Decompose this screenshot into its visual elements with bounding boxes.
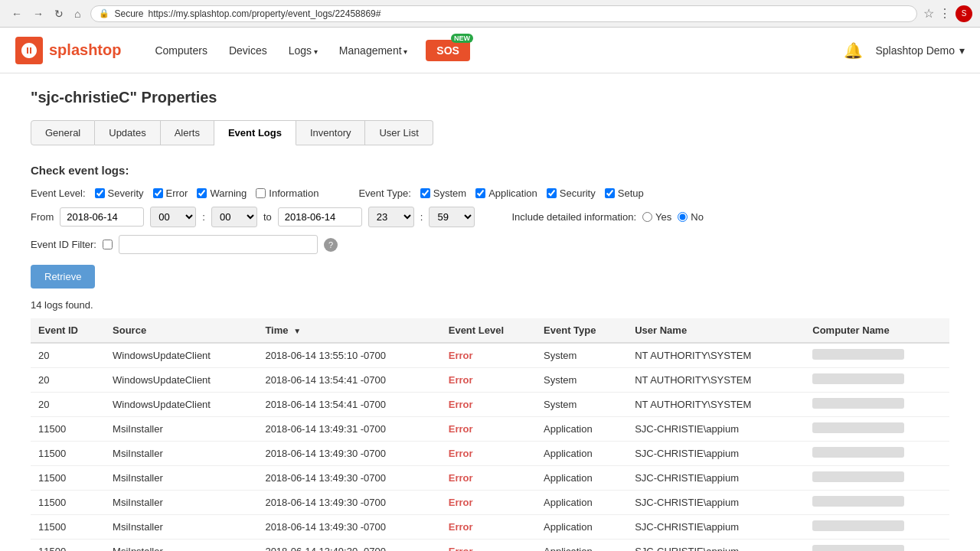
user-name: Splashtop Demo: [875, 44, 955, 57]
nav-devices[interactable]: Devices: [226, 38, 270, 63]
yes-radio[interactable]: [642, 212, 652, 222]
cell-event-level: Error: [441, 540, 536, 552]
browser-bar: ← → ↻ ⌂ 🔒 Secure https://my.splashtop.co…: [0, 0, 980, 28]
cell-computer-name: [805, 442, 949, 466]
cell-event-type: Application: [536, 515, 627, 540]
tab-alerts[interactable]: Alerts: [161, 120, 214, 145]
cell-event-type: Application: [536, 442, 627, 466]
security-checkbox[interactable]: [547, 188, 557, 198]
home-button[interactable]: ⌂: [70, 6, 84, 21]
event-id-checkbox[interactable]: [103, 240, 113, 249]
cell-event-id: 20: [31, 393, 105, 417]
cell-event-id: 11500: [31, 540, 105, 552]
information-checkbox[interactable]: [256, 188, 266, 198]
cell-event-id: 11500: [31, 515, 105, 540]
sos-new-badge: NEW: [451, 34, 473, 43]
cell-source: MsiInstaller: [105, 417, 257, 442]
nav-logs[interactable]: Logs: [286, 38, 321, 63]
table-row[interactable]: 11500 MsiInstaller 2018-06-14 13:49:30 -…: [31, 466, 949, 491]
cell-computer-name: [805, 417, 949, 442]
table-row[interactable]: 11500 MsiInstaller 2018-06-14 13:49:30 -…: [31, 442, 949, 466]
cell-source: MsiInstaller: [105, 515, 257, 540]
cell-time: 2018-06-14 13:54:41 -0700: [257, 393, 440, 417]
browser-nav[interactable]: ← → ↻ ⌂: [8, 6, 84, 21]
tab-user-list[interactable]: User List: [365, 120, 433, 145]
cell-user-name: SJC-CHRISTIE\appium: [627, 540, 805, 552]
star-icon[interactable]: ☆: [923, 6, 934, 21]
to-hour-select[interactable]: 23: [368, 207, 414, 227]
system-checkbox[interactable]: [420, 188, 430, 198]
filter-section: Check event logs: Event Level: Severity …: [31, 164, 949, 311]
tab-general[interactable]: General: [31, 120, 95, 145]
from-date-input[interactable]: [60, 207, 144, 227]
tab-inventory[interactable]: Inventory: [296, 120, 365, 145]
col-time[interactable]: Time ▼: [257, 318, 440, 343]
browser-actions: ☆ ⋮ S: [923, 5, 972, 22]
cell-event-level: Error: [441, 368, 536, 393]
level-severity: Severity: [95, 187, 144, 199]
to-date-input[interactable]: [278, 207, 362, 227]
no-radio[interactable]: [678, 212, 688, 222]
type-setup: Setup: [605, 187, 644, 199]
reload-button[interactable]: ↻: [51, 6, 67, 21]
menu-icon[interactable]: ⋮: [939, 6, 951, 21]
section-title: Check event logs:: [31, 164, 949, 177]
cell-event-type: Application: [536, 466, 627, 491]
main-content: "sjc-christieC" Properties General Updat…: [0, 73, 980, 551]
cell-event-level: Error: [441, 417, 536, 442]
warning-checkbox[interactable]: [197, 188, 207, 198]
table-row[interactable]: 20 WindowsUpdateClient 2018-06-14 13:54:…: [31, 368, 949, 393]
bell-icon[interactable]: 🔔: [844, 41, 863, 60]
tab-updates[interactable]: Updates: [95, 120, 160, 145]
event-type-label: Event Type:: [358, 187, 410, 199]
retrieve-button[interactable]: Retrieve: [31, 265, 95, 289]
page-title: "sjc-christieC" Properties: [31, 89, 949, 106]
col-computer-name: Computer Name: [805, 318, 949, 343]
sos-button[interactable]: SOS NEW: [426, 40, 470, 61]
severity-checkbox[interactable]: [95, 188, 105, 198]
no-label: No: [691, 211, 704, 223]
from-minute-select[interactable]: 00: [211, 207, 257, 227]
cell-event-id: 11500: [31, 466, 105, 491]
cell-event-id: 20: [31, 368, 105, 393]
forward-button[interactable]: →: [29, 6, 47, 21]
cell-event-type: Application: [536, 491, 627, 515]
nav-computers[interactable]: Computers: [152, 38, 210, 63]
cell-computer-name: [805, 368, 949, 393]
nav-management[interactable]: Management: [336, 38, 411, 63]
cell-computer-name: [805, 343, 949, 368]
time-sort-icon: ▼: [293, 327, 301, 335]
to-minute-select[interactable]: 59: [429, 207, 475, 227]
cell-event-id: 11500: [31, 417, 105, 442]
application-checkbox[interactable]: [475, 188, 485, 198]
include-detailed-label: Include detailed information:: [511, 211, 636, 223]
cell-user-name: SJC-CHRISTIE\appium: [627, 442, 805, 466]
event-logs-table: Event ID Source Time ▼ Event Level Event…: [31, 318, 949, 551]
info-icon[interactable]: ?: [324, 238, 338, 252]
table-row[interactable]: 11500 MsiInstaller 2018-06-14 13:49:30 -…: [31, 540, 949, 552]
error-checkbox[interactable]: [153, 188, 163, 198]
cell-time: 2018-06-14 13:49:30 -0700: [257, 491, 440, 515]
application-label: Application: [488, 187, 537, 199]
url-bar[interactable]: 🔒 Secure https://my.splashtop.com/proper…: [90, 5, 917, 22]
cell-time: 2018-06-14 13:55:10 -0700: [257, 343, 440, 368]
from-hour-select[interactable]: 00: [150, 207, 196, 227]
logs-found: 14 logs found.: [31, 299, 949, 311]
cell-source: WindowsUpdateClient: [105, 343, 257, 368]
back-button[interactable]: ←: [8, 6, 26, 21]
severity-label: Severity: [108, 187, 144, 199]
table-row[interactable]: 11500 MsiInstaller 2018-06-14 13:49:30 -…: [31, 515, 949, 540]
user-menu[interactable]: Splashtop Demo ▾: [875, 44, 965, 57]
warning-label: Warning: [210, 187, 247, 199]
setup-checkbox[interactable]: [605, 188, 615, 198]
tab-event-logs[interactable]: Event Logs: [214, 120, 296, 145]
table-row[interactable]: 20 WindowsUpdateClient 2018-06-14 13:54:…: [31, 393, 949, 417]
table-row[interactable]: 11500 MsiInstaller 2018-06-14 13:49:31 -…: [31, 417, 949, 442]
tab-bar: General Updates Alerts Event Logs Invent…: [31, 120, 949, 145]
logo-text: splashtop: [49, 41, 121, 59]
event-id-input[interactable]: [119, 235, 318, 254]
table-row[interactable]: 11500 MsiInstaller 2018-06-14 13:49:30 -…: [31, 491, 949, 515]
cell-time: 2018-06-14 13:54:41 -0700: [257, 368, 440, 393]
table-row[interactable]: 20 WindowsUpdateClient 2018-06-14 13:55:…: [31, 343, 949, 368]
profile-icon[interactable]: S: [956, 5, 972, 22]
